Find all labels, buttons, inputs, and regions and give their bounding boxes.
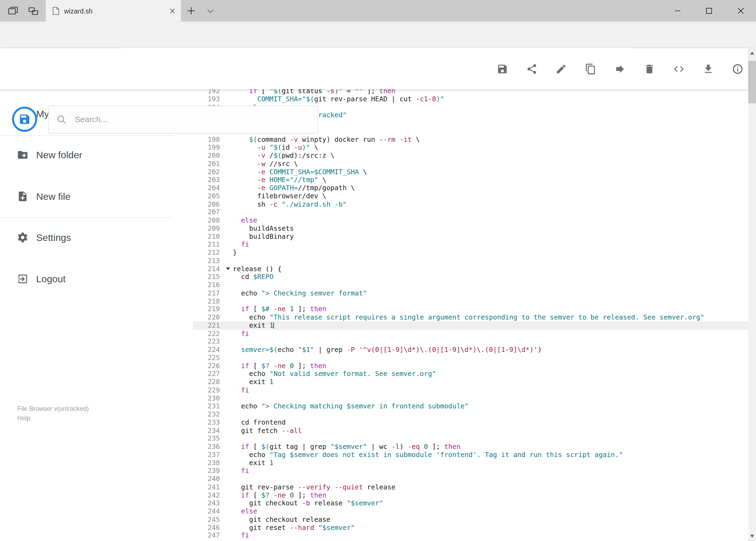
copy-button[interactable] [585, 63, 597, 75]
code-line[interactable]: 207 [193, 208, 748, 216]
code-token: = [343, 89, 355, 95]
line-number: 234 [193, 426, 223, 435]
code-text [223, 257, 748, 265]
sidebar-item-new-folder[interactable]: New folder [0, 142, 193, 168]
code-line[interactable]: 244 else [193, 507, 748, 515]
code-line[interactable]: 241 git rev-parse --verify --quiet relea… [193, 483, 748, 491]
code-line[interactable]: 222 fi [193, 329, 748, 337]
code-line[interactable]: 218 [193, 297, 748, 305]
code-line[interactable]: 201 -w //src \ [193, 160, 748, 168]
code-line[interactable]: 200 -v /$(pwd):/src:z \ [193, 152, 748, 160]
code-line[interactable]: 198 $(command -v winpty) docker run --rm… [193, 135, 748, 144]
tab-preview-chevron-icon[interactable] [205, 6, 215, 16]
help-link[interactable]: Help [17, 413, 89, 423]
settings-gear-icon [17, 232, 29, 244]
code-line[interactable]: 192 if [ "$(git status -s)" = "" ]; then [193, 89, 748, 95]
tab-close-icon[interactable] [170, 8, 175, 14]
set-tabs-aside-icon[interactable] [7, 5, 19, 17]
code-line[interactable]: 240 [193, 475, 748, 483]
code-line[interactable]: 205 filebrowser/dev \ [193, 192, 748, 200]
code-token: -v [290, 135, 298, 143]
code-line[interactable]: 199 -u "$(id -u)" \ [193, 144, 748, 152]
page-scrollbar[interactable] [748, 48, 756, 541]
line-number: 218 [193, 297, 223, 305]
code-line[interactable]: 216 [193, 281, 748, 289]
download-button[interactable] [702, 63, 714, 75]
code-line[interactable]: 217 echo "> Checking semver format" [193, 289, 748, 297]
code-line[interactable]: 225 [193, 353, 748, 362]
code-line[interactable]: 223 [193, 337, 748, 345]
code-line[interactable]: 229 fi [193, 386, 748, 394]
code-line[interactable]: 213 [193, 257, 748, 265]
code-token: ]; [294, 491, 310, 499]
code-line[interactable]: 245 git checkout release [193, 515, 748, 523]
code-line[interactable]: 220 echo "This release script requires a… [193, 313, 748, 321]
code-line[interactable]: 227 echo "Not valid semver format. See s… [193, 370, 748, 378]
code-line[interactable]: 208 else [193, 216, 748, 224]
code-text: echo "This release script requires a sin… [223, 313, 748, 321]
code-line[interactable]: 210 buildBinary [193, 232, 748, 241]
code-token: then [444, 442, 460, 450]
code-editor[interactable]: 192 if [ "$(git status -s)" = "" ]; then… [193, 89, 748, 541]
code-line[interactable]: 206 sh -c "./wizard.sh -b" [193, 200, 748, 208]
code-line[interactable]: 212} [193, 249, 748, 257]
code-line[interactable]: 202 -e COMMIT_SHA=$COMMIT_SHA \ [193, 168, 748, 176]
code-line[interactable]: 231 echo "> Checking matching $semver in… [193, 402, 748, 410]
new-tab-button[interactable] [184, 4, 197, 17]
code-line[interactable]: 230 [193, 394, 748, 402]
line-number: 205 [193, 192, 223, 200]
code-line[interactable]: 236 if [ $(git tag | grep "$semver" | wc… [193, 442, 748, 450]
line-number: 242 [193, 491, 223, 499]
delete-button[interactable] [644, 63, 655, 75]
code-line[interactable]: 226 if [ $? -ne 0 ]; then [193, 362, 748, 370]
save-button[interactable] [497, 63, 508, 75]
code-line[interactable]: 215 cd $REPO [193, 273, 748, 281]
code-line[interactable]: 235 [193, 435, 748, 443]
code-line[interactable]: 214release () { [193, 265, 748, 273]
code-line[interactable]: 209 buildAssets [193, 224, 748, 232]
line-number: 206 [193, 200, 223, 208]
sidebar-item-logout[interactable]: Logout [0, 266, 193, 292]
maximize-button[interactable] [697, 0, 721, 22]
search-box[interactable] [48, 106, 318, 134]
code-line[interactable]: 237 echo "Tag $semver does not exist in … [193, 450, 748, 459]
code-token: $? [261, 362, 269, 369]
code-line[interactable]: 246 git reset --hard "$semver" [193, 523, 748, 532]
code-line[interactable]: 232 [193, 410, 748, 418]
code-line[interactable]: 243 git checkout -b release "$semver" [193, 499, 748, 507]
code-token: \ [411, 135, 420, 143]
code-line[interactable]: 204 -e GOPATH=//tmp/gopath \ [193, 184, 748, 192]
line-number: 239 [193, 467, 223, 475]
code-token [233, 135, 249, 143]
code-line[interactable]: 238 exit 1 [193, 459, 748, 467]
code-token: then [379, 89, 395, 95]
info-button[interactable] [732, 63, 744, 75]
sidebar-item-new-file[interactable]: New file [0, 184, 193, 209]
code-line[interactable]: 203 -e HOME="//tmp" \ [193, 176, 748, 184]
filebrowser-logo[interactable] [12, 107, 37, 132]
sidebar-item-settings[interactable]: Settings [0, 225, 193, 251]
minimize-button[interactable] [665, 0, 689, 22]
code-line[interactable]: 224 semver=$(echo "$1" | grep -P '^v(0|[… [193, 345, 748, 353]
close-window-button[interactable] [728, 0, 752, 22]
code-line[interactable]: 247 fi [193, 532, 748, 540]
code-line[interactable]: 233 cd frontend [193, 418, 748, 426]
search-input[interactable] [74, 114, 310, 125]
code-line[interactable]: 228 exit 1 [193, 378, 748, 386]
scroll-down-arrow[interactable] [748, 532, 756, 540]
code-line[interactable]: 239 fi [193, 467, 748, 475]
edit-button[interactable] [556, 63, 567, 75]
code-line[interactable]: 234 git fetch --all [193, 426, 748, 435]
browser-tab[interactable]: wizard.sh [46, 0, 181, 22]
move-button[interactable] [614, 63, 626, 75]
share-button[interactable] [526, 63, 538, 75]
code-line[interactable]: 211 fi [193, 241, 748, 249]
code-line[interactable]: 219 if [ $# -ne 1 ]; then [193, 305, 748, 313]
tabs-set-aside-icon[interactable] [27, 5, 39, 17]
code-view-button[interactable] [673, 63, 685, 75]
code-line[interactable]: 221 exit 1 [193, 321, 748, 329]
code-token: "Not valid semver format. See semver.org… [269, 370, 436, 377]
code-line[interactable]: 193 COMMIT_SHA="$(git rev-parse HEAD | c… [193, 95, 748, 103]
fold-arrow-icon[interactable] [226, 267, 230, 270]
code-line[interactable]: 242 if [ $? -ne 0 ]; then [193, 491, 748, 499]
